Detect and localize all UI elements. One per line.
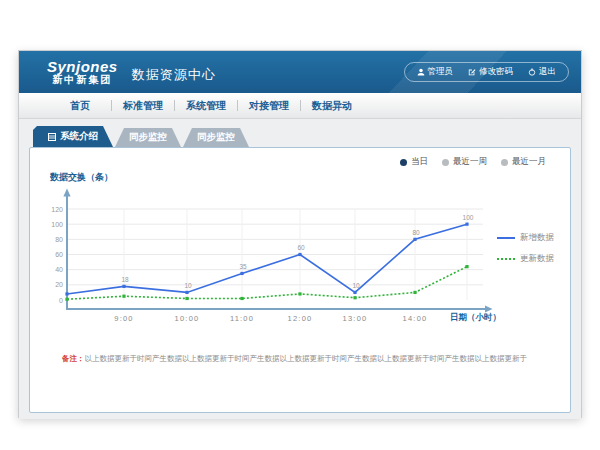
admin-user-label: 管理员 [428, 66, 454, 78]
dotted-line-icon [497, 258, 515, 260]
svg-text:35: 35 [239, 263, 247, 270]
range-today-label: 当日 [411, 156, 428, 168]
range-week-label: 最近一周 [453, 156, 487, 168]
svg-text:40: 40 [55, 266, 63, 273]
change-password-label: 修改密码 [479, 66, 513, 78]
legend-label: 新增数据 [520, 232, 554, 244]
nav-item-interface-mgmt[interactable]: 对接管理 [238, 99, 300, 113]
edit-icon [468, 68, 476, 76]
chart-legend: 新增数据 更新数据 [497, 232, 554, 265]
svg-text:12:00: 12:00 [288, 314, 313, 323]
legend-item-update-data[interactable]: 更新数据 [497, 253, 554, 265]
chart-x-axis-title: 日期（小时） [450, 312, 501, 324]
legend-label: 更新数据 [520, 253, 554, 265]
svg-text:11:00: 11:00 [230, 314, 254, 323]
solid-line-icon [497, 237, 515, 239]
nav-item-standard-mgmt[interactable]: 标准管理 [112, 99, 174, 113]
footnote-text: 以上数据更新于时间产生数据以上数据更新于时间产生数据以上数据更新于时间产生数据以… [85, 354, 528, 363]
content-area: 系统介绍 同步监控 同步监控 当日 最近一周 最近一月 数据交 [19, 119, 581, 419]
page-title: 数据资源中心 [132, 66, 216, 84]
svg-text:9:00: 9:00 [114, 314, 133, 323]
range-option-last-week[interactable]: 最近一周 [442, 156, 487, 168]
chart-y-axis-title: 数据交换（条） [50, 171, 113, 184]
range-option-today[interactable]: 当日 [400, 156, 428, 168]
brand-name: Synjones [47, 59, 118, 75]
tab-sync-monitor-2[interactable]: 同步监控 [183, 128, 249, 147]
nav-item-system-mgmt[interactable]: 系统管理 [175, 99, 237, 113]
app-window: Synjones 新中新集团 数据资源中心 管理员 修改密码 退出 [18, 50, 582, 418]
chart-panel: 当日 最近一周 最近一月 数据交换（条） 0204060801001209:00… [29, 147, 571, 413]
svg-text:18: 18 [121, 276, 129, 283]
tab-system-intro[interactable]: 系统介绍 [33, 126, 113, 147]
svg-text:10:00: 10:00 [175, 314, 200, 323]
svg-text:13:00: 13:00 [343, 314, 368, 323]
nav-item-home[interactable]: 首页 [49, 99, 111, 113]
svg-text:0: 0 [59, 297, 63, 304]
footnote-label: 备注： [62, 354, 85, 363]
logout-button[interactable]: 退出 [528, 66, 556, 78]
tab-label: 系统介绍 [60, 130, 98, 143]
tab-bar: 系统介绍 同步监控 同步监控 [33, 126, 249, 147]
tab-sync-monitor-1[interactable]: 同步监控 [115, 128, 181, 147]
main-nav: 首页 标准管理 系统管理 对接管理 数据异动 [19, 93, 581, 119]
footnote: 备注：以上数据更新于时间产生数据以上数据更新于时间产生数据以上数据更新于时间产生… [62, 354, 562, 364]
range-month-label: 最近一月 [512, 156, 546, 168]
svg-text:80: 80 [412, 229, 420, 236]
svg-text:100: 100 [51, 221, 63, 228]
change-password-button[interactable]: 修改密码 [468, 66, 513, 78]
user-icon [417, 68, 425, 76]
radio-unselected-icon [442, 159, 449, 166]
range-option-last-month[interactable]: 最近一月 [501, 156, 546, 168]
exchange-line-chart: 0204060801001209:0010:0011:0012:0013:001… [38, 186, 508, 334]
svg-text:60: 60 [55, 251, 63, 258]
logout-label: 退出 [539, 66, 556, 78]
radio-unselected-icon [501, 159, 508, 166]
radio-selected-icon [400, 159, 407, 166]
svg-text:10: 10 [184, 282, 192, 289]
svg-text:60: 60 [297, 244, 305, 251]
svg-text:100: 100 [463, 214, 474, 221]
user-menu: 管理员 修改密码 退出 [404, 62, 570, 82]
company-logo: Synjones 新中新集团 [47, 59, 118, 85]
document-grid-icon [48, 133, 56, 141]
svg-text:20: 20 [55, 281, 63, 288]
nav-item-data-change[interactable]: 数据异动 [301, 99, 363, 113]
logout-icon [528, 68, 536, 76]
svg-text:120: 120 [51, 206, 63, 213]
legend-item-new-data[interactable]: 新增数据 [497, 232, 554, 244]
svg-text:10: 10 [352, 282, 360, 289]
admin-user-button[interactable]: 管理员 [417, 66, 454, 78]
company-name: 新中新集团 [47, 75, 118, 86]
time-range-group: 当日 最近一周 最近一月 [400, 156, 546, 168]
svg-text:80: 80 [55, 236, 63, 243]
svg-text:14:00: 14:00 [403, 314, 428, 323]
app-header: Synjones 新中新集团 数据资源中心 管理员 修改密码 退出 [19, 51, 581, 93]
